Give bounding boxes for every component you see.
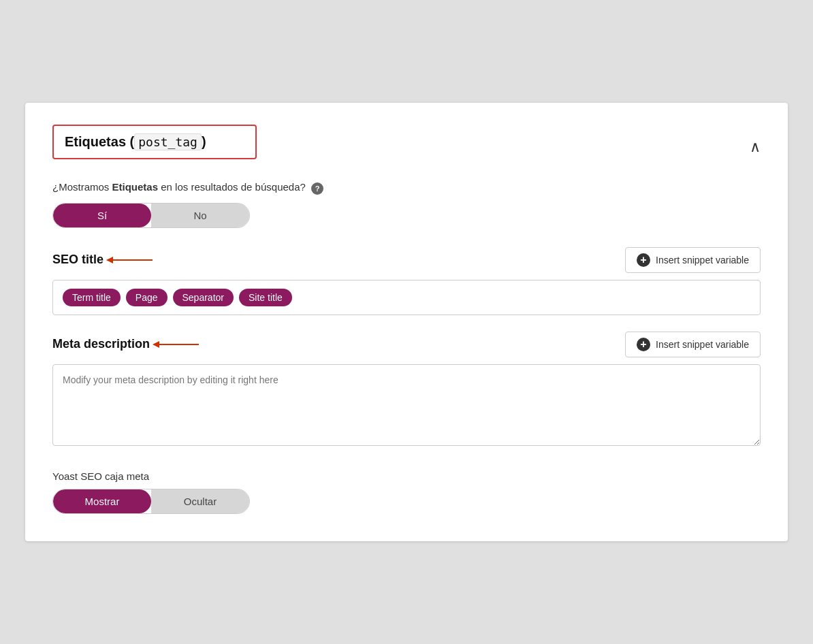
mostrar-ocultar-toggle: Mostrar Ocultar — [52, 489, 250, 514]
meta-insert-snippet-button[interactable]: + Insert snippet variable — [625, 332, 761, 357]
seo-title-field[interactable]: Term title Page Separator Site title — [52, 280, 761, 315]
help-icon[interactable]: ? — [311, 182, 323, 195]
yoast-section: Yoast SEO caja meta Mostrar Ocultar — [52, 470, 761, 514]
yoast-label: Yoast SEO caja meta — [52, 470, 761, 482]
toggle-mostrar-button[interactable]: Mostrar — [53, 489, 151, 513]
seo-title-label: SEO title — [52, 253, 153, 267]
pill-page[interactable]: Page — [126, 289, 168, 306]
meta-desc-header-row: Meta description + Insert snippet variab… — [52, 332, 761, 357]
toggle-ocultar-button[interactable]: Ocultar — [151, 489, 249, 513]
seo-title-header-row: SEO title + Insert snippet variable — [52, 247, 761, 273]
section-header: Etiquetas (post_tag) — [52, 125, 257, 159]
toggle-no-button[interactable]: No — [151, 204, 249, 227]
collapse-icon[interactable]: ∧ — [750, 138, 761, 156]
toggle-si-button[interactable]: Sí — [53, 204, 151, 227]
meta-description-textarea[interactable] — [52, 364, 761, 446]
pill-site-title[interactable]: Site title — [239, 289, 292, 306]
seo-insert-snippet-button[interactable]: + Insert snippet variable — [625, 247, 761, 273]
arrow-icon-meta — [158, 344, 199, 345]
arrow-icon — [112, 259, 153, 261]
meta-desc-label: Meta description — [52, 337, 199, 351]
pill-term-title[interactable]: Term title — [63, 289, 121, 306]
show-in-search-section: ¿Mostramos Etiquetas en los resultados d… — [52, 181, 761, 227]
plus-circle-icon: + — [637, 253, 650, 267]
si-no-toggle: Sí No — [52, 203, 250, 228]
plus-circle-icon-meta: + — [637, 338, 650, 351]
pill-separator[interactable]: Separator — [173, 289, 234, 306]
question-text: ¿Mostramos Etiquetas en los resultados d… — [52, 181, 761, 194]
section-title: Etiquetas (post_tag) — [65, 134, 206, 150]
